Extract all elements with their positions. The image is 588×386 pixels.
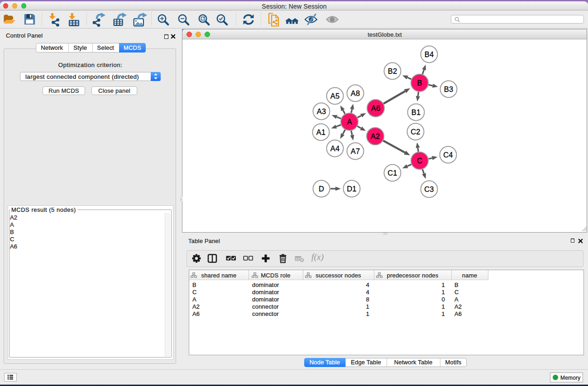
svg-text:C4: C4 <box>443 151 453 159</box>
svg-text:A3: A3 <box>317 107 326 115</box>
svg-text:B2: B2 <box>388 67 397 75</box>
svg-text:B3: B3 <box>444 85 454 93</box>
svg-text:A7: A7 <box>351 147 360 155</box>
svg-text:C: C <box>417 157 422 165</box>
svg-text:C1: C1 <box>387 169 397 177</box>
svg-text:B1: B1 <box>411 108 421 116</box>
svg-text:B4: B4 <box>425 50 434 58</box>
svg-text:C3: C3 <box>424 185 434 193</box>
svg-text:A5: A5 <box>330 92 340 100</box>
svg-text:A4: A4 <box>330 144 340 152</box>
svg-text:B: B <box>417 79 422 87</box>
svg-text:C2: C2 <box>411 128 421 136</box>
svg-text:D: D <box>319 185 324 193</box>
svg-text:A6: A6 <box>371 104 381 112</box>
svg-text:A1: A1 <box>316 128 326 136</box>
svg-text:D1: D1 <box>347 185 357 193</box>
svg-text:A2: A2 <box>371 132 380 140</box>
svg-text:A: A <box>347 118 352 126</box>
svg-text:A8: A8 <box>351 89 360 97</box>
